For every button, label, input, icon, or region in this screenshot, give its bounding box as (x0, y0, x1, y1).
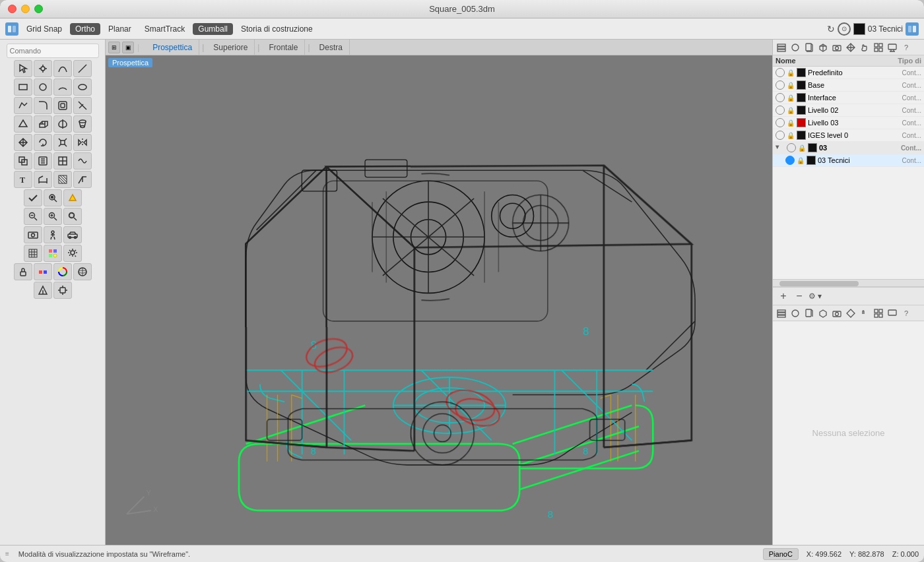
light-tool[interactable] (63, 245, 82, 262)
hatch-tool[interactable] (53, 171, 72, 188)
zoom-tool[interactable] (24, 208, 42, 225)
car-tool[interactable] (63, 226, 82, 243)
layer-row-base[interactable]: 🔒 Base Cont... (773, 79, 924, 92)
move-tool[interactable] (14, 134, 32, 151)
layer-row-predefinito[interactable]: 🔒 Predefinito Cont... (773, 67, 924, 79)
rp2-grid-icon[interactable] (873, 307, 884, 319)
layer-remove-button[interactable]: − (793, 290, 806, 303)
camera-tool[interactable] (24, 226, 42, 243)
rp-doc-icon[interactable] (803, 42, 815, 53)
layer-lock-livello03[interactable]: 🔒 (787, 119, 795, 127)
tab-destra[interactable]: Destra (313, 40, 350, 55)
nav-circle-icon[interactable]: ⊙ (838, 22, 851, 36)
rp-grid2-icon[interactable] (873, 42, 884, 53)
rp-cube-icon[interactable] (817, 42, 829, 53)
layer-toggle-03[interactable]: ▾ (776, 143, 785, 152)
rp-mesh-icon[interactable] (845, 42, 857, 53)
check-tool[interactable] (24, 189, 42, 206)
cplane-button[interactable]: PianoC (763, 548, 799, 560)
layer-add-button[interactable]: + (777, 290, 790, 303)
scrollbar-area[interactable] (773, 279, 924, 287)
sidebar-toggle-left[interactable] (5, 22, 18, 36)
layer-row-livello03[interactable]: 🔒 Livello 03 Cont... (773, 117, 924, 129)
rp-hand-icon[interactable] (859, 42, 871, 53)
circle-tool[interactable] (34, 78, 52, 96)
layer-visible-tool[interactable] (34, 263, 52, 280)
leader-tool[interactable] (73, 171, 92, 188)
rp2-cube-icon[interactable] (817, 307, 829, 319)
rp2-circle-icon[interactable] (789, 307, 801, 319)
dim-tool[interactable] (34, 171, 52, 188)
tab-prospettica[interactable]: Prospettica (146, 40, 199, 55)
rp2-mesh-icon[interactable] (845, 307, 857, 319)
smart-track-button[interactable]: SmartTrack (139, 23, 191, 35)
vt-icon-grid[interactable]: ⊞ (108, 42, 120, 53)
polyline-tool[interactable] (14, 97, 32, 114)
layer-vis-livello03[interactable] (776, 118, 785, 127)
mirror-tool[interactable] (73, 134, 92, 151)
point-tool[interactable] (34, 60, 52, 77)
layer-color-03tecnici[interactable] (807, 156, 816, 165)
lock-tool[interactable] (14, 263, 32, 280)
layer-row-interface[interactable]: 🔒 Interface Cont... (773, 92, 924, 104)
layer-vis-interface[interactable] (776, 93, 785, 102)
rp2-camera-icon[interactable] (831, 307, 843, 319)
layer-color-livello02[interactable] (797, 106, 806, 115)
scale-tool[interactable] (53, 134, 72, 151)
zoom-fit-tool[interactable] (44, 208, 62, 225)
storia-button[interactable]: Storia di costruzione (236, 23, 318, 35)
sphere-tool[interactable] (73, 263, 92, 280)
zoom-selected-tool[interactable] (63, 208, 82, 225)
planar-button[interactable]: Planar (103, 23, 137, 35)
color-swatch-tool[interactable] (53, 263, 72, 280)
layer-row-iges[interactable]: 🔒 IGES level 0 Cont... (773, 129, 924, 142)
rp-circle-icon[interactable] (789, 42, 801, 53)
rp-camera-icon[interactable] (831, 42, 843, 53)
cage-edit-tool[interactable] (53, 152, 72, 170)
layer-color-livello03[interactable] (797, 118, 806, 127)
layer-vis-livello02[interactable] (776, 106, 785, 115)
transform-tool[interactable] (34, 152, 52, 170)
layer-color-base[interactable] (797, 80, 806, 90)
surface-tool[interactable] (14, 115, 32, 133)
trim-tool[interactable] (73, 97, 92, 114)
layer-color-03[interactable] (808, 143, 817, 152)
extrude-tool[interactable] (34, 115, 52, 133)
revolve-tool[interactable] (53, 115, 72, 133)
walk-tool[interactable] (44, 226, 62, 243)
rp-question-icon[interactable]: ? (900, 42, 912, 53)
layer-row-03-group[interactable]: ▾ 🔒 03 Cont... (773, 142, 924, 154)
flow-tool[interactable] (73, 152, 92, 170)
rp-monitor-icon[interactable] (886, 42, 898, 53)
rp2-monitor-icon[interactable] (886, 307, 898, 319)
layer-lock-base[interactable]: 🔒 (787, 82, 795, 89)
rp-layers-icon[interactable] (776, 42, 787, 53)
rp2-question-icon[interactable]: ? (900, 307, 912, 319)
rectangle-tool[interactable] (14, 78, 32, 96)
layer-lock-livello02[interactable]: 🔒 (787, 107, 795, 114)
orient-tool[interactable] (63, 189, 82, 206)
loft-tool[interactable] (73, 115, 92, 133)
text-tool[interactable]: T (14, 171, 32, 188)
select-tool[interactable] (14, 60, 32, 77)
curve-tool[interactable] (53, 60, 72, 77)
command-input[interactable] (7, 44, 99, 58)
fillet-tool[interactable] (34, 97, 52, 114)
line-tool[interactable] (73, 60, 92, 77)
layer-settings-button[interactable]: ⚙ ▾ (808, 292, 822, 301)
gumball-button[interactable]: Gumball (193, 23, 233, 35)
snap-settings-tool[interactable] (53, 282, 72, 299)
close-button[interactable] (8, 5, 16, 13)
arc-tool[interactable] (53, 78, 72, 96)
offset-tool[interactable] (53, 97, 72, 114)
layer-vis-03[interactable] (787, 143, 796, 152)
layer-lock-predefinito[interactable]: 🔒 (787, 69, 795, 77)
minimize-button[interactable] (21, 5, 30, 13)
vt-icon-single[interactable]: ▣ (122, 42, 134, 53)
grid-display-tool[interactable] (24, 245, 42, 262)
scrollbar-thumb[interactable] (779, 281, 859, 286)
layer-vis-03tecnici[interactable] (785, 156, 795, 165)
pan-left-icon[interactable]: ↻ (827, 24, 835, 34)
layer-vis-predefinito[interactable] (776, 68, 785, 77)
layer-color-interface[interactable] (797, 93, 806, 102)
